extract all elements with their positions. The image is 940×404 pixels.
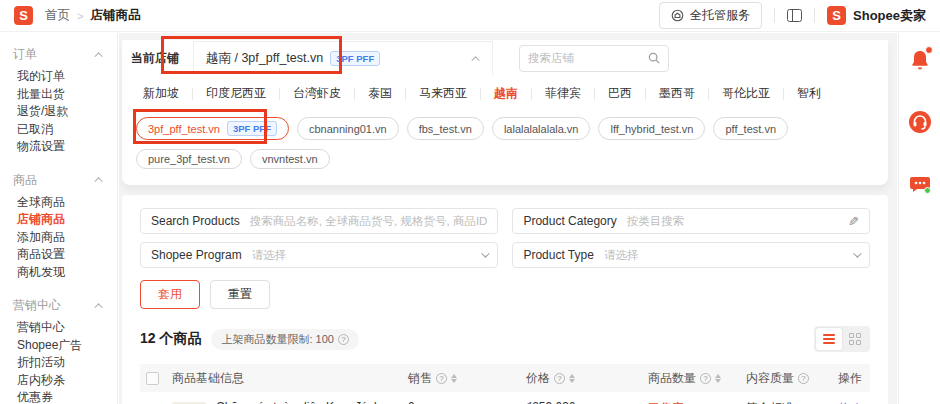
shop-search-box xyxy=(519,45,669,72)
region-tab-vn[interactable]: 越南 xyxy=(481,85,531,102)
section-title: 营销中心 xyxy=(13,297,61,314)
product-category-placeholder: 按类目搜索 xyxy=(627,214,685,229)
reset-button[interactable]: 重置 xyxy=(210,280,270,309)
breadcrumb-current: 店铺商品 xyxy=(90,7,140,24)
sidebar-item-global-products[interactable]: 全球商品 xyxy=(0,194,117,212)
product-count: 12 个商品 xyxy=(140,330,201,348)
sidebar-item-my-orders[interactable]: 我的订单 xyxy=(0,68,117,86)
region-tab-th[interactable]: 泰国 xyxy=(355,85,405,102)
region-tab-br[interactable]: 巴西 xyxy=(595,85,645,102)
shop-selector-panel: 当前店铺 越南 / 3pf_pff_test.vn 3PF PFF 新加坡 印度… xyxy=(122,40,888,185)
notification-badge xyxy=(925,46,933,54)
sales-value: 0 xyxy=(408,400,526,404)
chevron-down-icon xyxy=(853,249,861,257)
shopee-program-label: Shopee Program xyxy=(151,248,242,262)
col-content-quality: 内容质量 ? xyxy=(746,370,838,387)
region-tab-id[interactable]: 印度尼西亚 xyxy=(193,85,279,102)
region-tab-sg[interactable]: 新加坡 xyxy=(130,85,192,102)
quantity-status: 已售完 xyxy=(648,400,746,404)
region-tab-co[interactable]: 哥伦比亚 xyxy=(709,85,783,102)
search-products-label: Search Products xyxy=(151,214,240,228)
col-product-info: 商品基础信息 xyxy=(172,370,408,387)
sidebar-item-logistics-settings[interactable]: 物流设置 xyxy=(0,138,117,156)
chevron-up-icon xyxy=(94,177,102,185)
table-header: 商品基础信息 销售 ? 价格 ? 商品数量 ? 内容质量 xyxy=(140,364,870,392)
product-type-placeholder: 请选择 xyxy=(604,248,639,263)
sidebar-item-product-settings[interactable]: 商品设置 xyxy=(0,246,117,264)
listing-limit-text: 上架商品数量限制: 100 xyxy=(221,332,333,347)
shop-pill[interactable]: lalalalalalala.vn xyxy=(492,117,591,140)
sort-price-icon[interactable] xyxy=(569,371,575,386)
sort-quantity-icon[interactable] xyxy=(715,371,721,386)
help-circle-icon[interactable]: ? xyxy=(436,373,447,384)
main-content: 当前店铺 越南 / 3pf_pff_test.vn 3PF PFF 新加坡 印度… xyxy=(119,33,897,404)
breadcrumb: 首页 > 店铺商品 xyxy=(45,7,140,24)
region-tab-ph[interactable]: 菲律宾 xyxy=(532,85,594,102)
region-tab-my[interactable]: 马来西亚 xyxy=(406,85,480,102)
help-circle-icon[interactable]: ? xyxy=(554,373,565,384)
search-products-placeholder: 搜索商品名称, 全球商品货号, 规格货号, 商品ID xyxy=(250,214,488,229)
list-view-icon xyxy=(823,334,835,344)
product-category-label: Product Category xyxy=(523,214,616,228)
program-badge: 3PF PFF xyxy=(227,121,277,136)
sidebar-item-cancelled[interactable]: 已取消 xyxy=(0,121,117,139)
managed-service-button[interactable]: 全托管服务 xyxy=(659,2,762,29)
help-circle-icon[interactable]: ? xyxy=(700,373,711,384)
sidebar-item-add-product[interactable]: 添加商品 xyxy=(0,229,117,247)
shop-pill[interactable]: cbnanning01.vn xyxy=(297,117,399,140)
breadcrumb-separator-icon: > xyxy=(77,10,83,22)
edit-pencil-icon[interactable]: ✎ xyxy=(848,214,859,229)
sort-sales-icon[interactable] xyxy=(451,371,457,386)
sidebar-item-flash-sale[interactable]: 店内秒杀 xyxy=(0,372,117,390)
region-tab-cl[interactable]: 智利 xyxy=(784,85,834,102)
region-tab-mx[interactable]: 墨西哥 xyxy=(646,85,708,102)
sidebar-section-marketing[interactable]: 营销中心 xyxy=(0,297,117,314)
shop-pill-list: 3pf_pff_test.vn 3PF PFF cbnanning01.vn f… xyxy=(122,109,888,185)
brand-area: S Shopee卖家 xyxy=(827,6,926,25)
help-circle-icon[interactable]: ? xyxy=(798,373,809,384)
sidebar-section-orders[interactable]: 订单 xyxy=(0,46,117,63)
shop-pill[interactable]: vnvntest.vn xyxy=(250,149,330,169)
sidebar-toggle-icon[interactable] xyxy=(787,9,802,22)
shop-pill-active[interactable]: 3pf_pff_test.vn 3PF PFF xyxy=(136,117,289,140)
sidebar-item-returns[interactable]: 退货/退款 xyxy=(0,103,117,121)
sidebar-item-bulk-ship[interactable]: 批量出货 xyxy=(0,86,117,104)
edit-link[interactable]: 修改 xyxy=(838,400,864,404)
shop-pill[interactable]: fbs_test.vn xyxy=(407,117,484,140)
customer-service-icon[interactable] xyxy=(908,110,932,134)
help-circle-icon[interactable]: ? xyxy=(338,334,349,345)
sidebar-item-opportunity[interactable]: 商机发现 xyxy=(0,264,117,282)
chevron-up-icon xyxy=(94,303,102,311)
webchat-icon[interactable] xyxy=(908,172,932,196)
shop-pill[interactable]: pure_3pf_test.vn xyxy=(136,149,242,169)
sidebar-item-voucher[interactable]: 优惠券 xyxy=(0,389,117,404)
shopee-logo-icon: S xyxy=(14,6,33,25)
product-name[interactable]: Chăm sóc toàn diện Kem đánh răng Là xyxy=(216,400,396,404)
col-action: 操作 xyxy=(838,370,864,387)
select-all-checkbox[interactable] xyxy=(146,372,159,385)
search-products-input[interactable]: Search Products 搜索商品名称, 全球商品货号, 规格货号, 商品… xyxy=(140,208,498,234)
apply-button[interactable]: 套用 xyxy=(140,280,200,309)
shopee-program-select[interactable]: Shopee Program 请选择 xyxy=(140,242,498,268)
sidebar-section-products[interactable]: 商品 xyxy=(0,172,117,189)
shop-search-input[interactable] xyxy=(528,52,648,64)
product-filter-card: Search Products 搜索商品名称, 全球商品货号, 规格货号, 商品… xyxy=(122,195,888,404)
region-tab-tw[interactable]: 台湾虾皮 xyxy=(280,85,354,102)
shop-pill[interactable]: lff_hybrid_test.vn xyxy=(598,117,705,140)
search-icon xyxy=(648,52,660,64)
shopee-program-placeholder: 请选择 xyxy=(252,248,287,263)
sidebar-item-marketing-center[interactable]: 营销中心 xyxy=(0,319,117,337)
product-category-input[interactable]: Product Category 按类目搜索 ✎ xyxy=(512,208,870,234)
sidebar-item-discount[interactable]: 折扣活动 xyxy=(0,354,117,372)
shop-select-dropdown[interactable]: 越南 / 3pf_pff_test.vn 3PF PFF xyxy=(193,41,493,75)
sidebar-item-shopee-ads[interactable]: Shopee广告 xyxy=(0,337,117,355)
price-value: ₫259.036 xyxy=(526,400,648,404)
grid-view-button[interactable] xyxy=(842,328,868,350)
shopee-logo-icon: S xyxy=(827,6,846,25)
breadcrumb-home[interactable]: 首页 xyxy=(45,7,70,24)
shop-pill[interactable]: pff_test.vn xyxy=(713,117,788,140)
sidebar-item-shop-products[interactable]: 店铺商品 xyxy=(0,211,117,229)
notification-bell-icon[interactable] xyxy=(908,48,932,72)
list-view-button[interactable] xyxy=(816,328,842,350)
product-type-select[interactable]: Product Type 请选择 xyxy=(512,242,870,268)
